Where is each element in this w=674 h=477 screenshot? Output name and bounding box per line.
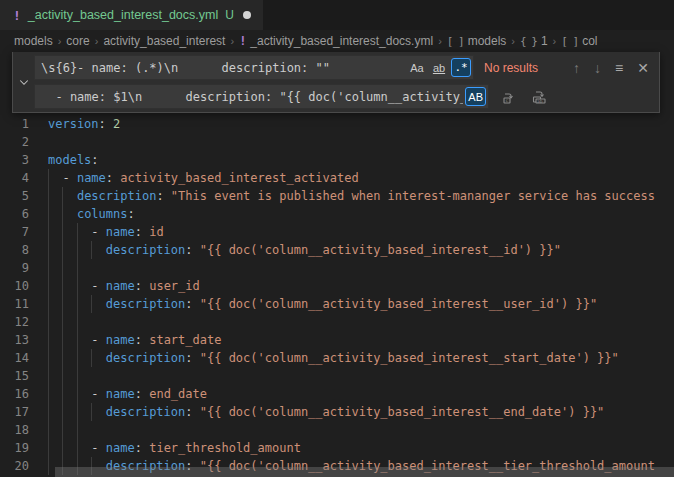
indent-guide-icon bbox=[62, 187, 63, 205]
code-line[interactable]: 16 - name: end_date bbox=[0, 385, 674, 403]
indent-guide-icon bbox=[91, 349, 92, 367]
indent-guide-icon bbox=[77, 223, 78, 241]
indent-guide-icon bbox=[48, 331, 49, 349]
code-line[interactable]: 17 description: "{{ doc('column__activit… bbox=[0, 403, 674, 421]
indent-guide-icon bbox=[48, 439, 49, 457]
line-number: 11 bbox=[0, 295, 29, 313]
regex-toggle[interactable]: .* bbox=[451, 58, 471, 77]
indent-guide-icon bbox=[91, 403, 92, 421]
indent-guide-icon bbox=[48, 421, 49, 439]
indent-guide-icon bbox=[77, 277, 78, 295]
indent-guide-icon bbox=[48, 313, 49, 331]
find-in-selection-button[interactable]: ≡ bbox=[615, 61, 623, 75]
indent-guide-icon bbox=[91, 241, 92, 259]
close-find-widget-button[interactable]: ✕ bbox=[637, 61, 649, 75]
indent-guide-icon bbox=[62, 223, 63, 241]
svg-text:ab: ab bbox=[537, 98, 543, 103]
toggle-replace-chevron-button[interactable] bbox=[13, 55, 34, 109]
replace-button[interactable]: c bbox=[501, 89, 517, 105]
modified-dot-icon[interactable] bbox=[243, 11, 251, 19]
code-text: models: bbox=[48, 151, 674, 169]
line-number: 5 bbox=[0, 187, 29, 205]
indent-guide-icon bbox=[77, 403, 78, 421]
previous-match-button[interactable]: ↑ bbox=[573, 61, 580, 75]
code-line[interactable]: 4 - name: activity_based_interest_activa… bbox=[0, 169, 674, 187]
line-number: 17 bbox=[0, 403, 29, 421]
indent-guide-icon bbox=[77, 385, 78, 403]
find-input[interactable] bbox=[41, 61, 405, 75]
tab-activity-based-interest-docs[interactable]: ! _activity_based_interest_docs.yml U bbox=[0, 0, 263, 30]
code-line[interactable]: 10 - name: user_id bbox=[0, 277, 674, 295]
replace-input[interactable] bbox=[41, 90, 463, 104]
breadcrumb-separator: › bbox=[553, 35, 557, 47]
indent-guide-icon bbox=[48, 403, 49, 421]
code-line[interactable]: 8 description: "{{ doc('column__activity… bbox=[0, 241, 674, 259]
breadcrumb-label: models bbox=[468, 34, 507, 48]
code-line[interactable]: 6 columns: bbox=[0, 205, 674, 223]
breadcrumb-separator: › bbox=[511, 35, 515, 47]
line-number: 12 bbox=[0, 313, 29, 331]
breadcrumb: models › core › activity_based_interest … bbox=[0, 30, 674, 52]
breadcrumb-item-activity-based-interest[interactable]: activity_based_interest bbox=[103, 34, 225, 48]
find-input-box: Aa ab .* bbox=[34, 55, 474, 80]
breadcrumb-item-file[interactable]: ! _activity_based_interest_docs.yml bbox=[239, 34, 433, 48]
horizontal-scrollbar-slider[interactable] bbox=[55, 467, 674, 477]
indent-guide-icon bbox=[48, 241, 49, 259]
line-number: 6 bbox=[0, 205, 29, 223]
line-number: 10 bbox=[0, 277, 29, 295]
breadcrumb-separator: › bbox=[438, 35, 442, 47]
indent-guide-icon bbox=[62, 205, 63, 223]
code-text: description: "{{ doc('column__activity_b… bbox=[48, 295, 674, 313]
code-line[interactable]: 15 bbox=[0, 367, 674, 385]
code-text: - name: activity_based_interest_activate… bbox=[48, 169, 674, 187]
next-match-button[interactable]: ↓ bbox=[594, 61, 601, 75]
code-line[interactable]: 19 - name: tier_threshold_amount bbox=[0, 439, 674, 457]
replace-icon: c bbox=[501, 89, 517, 105]
code-lines: 1version: 223models:4 - name: activity_b… bbox=[0, 52, 674, 475]
indent-guide-icon bbox=[48, 169, 49, 187]
code-line[interactable]: 14 description: "{{ doc('column__activit… bbox=[0, 349, 674, 367]
tab-bar: ! _activity_based_interest_docs.yml U bbox=[0, 0, 674, 30]
line-number: 13 bbox=[0, 331, 29, 349]
code-line[interactable]: 9 bbox=[0, 259, 674, 277]
match-case-toggle[interactable]: Aa bbox=[407, 58, 427, 77]
preserve-case-toggle[interactable]: AB bbox=[465, 87, 486, 106]
object-symbol-icon: { } bbox=[520, 35, 537, 48]
indent-guide-icon bbox=[62, 439, 63, 457]
horizontal-scrollbar bbox=[48, 467, 674, 477]
code-line[interactable]: 1version: 2 bbox=[0, 115, 674, 133]
line-number: 16 bbox=[0, 385, 29, 403]
code-line[interactable]: 13 - name: start_date bbox=[0, 331, 674, 349]
code-text: - name: end_date bbox=[48, 385, 674, 403]
code-line[interactable]: 2 bbox=[0, 133, 674, 151]
code-line[interactable]: 18 bbox=[0, 421, 674, 439]
indent-guide-icon bbox=[62, 259, 63, 277]
replace-all-button[interactable]: ab bbox=[531, 89, 547, 105]
breadcrumb-label: _activity_based_interest_docs.yml bbox=[250, 34, 433, 48]
line-number: 4 bbox=[0, 169, 29, 187]
breadcrumb-item-symbol-models[interactable]: [ ] models bbox=[447, 34, 507, 48]
line-number: 14 bbox=[0, 349, 29, 367]
indent-guide-icon bbox=[62, 313, 63, 331]
breadcrumb-item-symbol-columns[interactable]: [ ] col bbox=[561, 34, 597, 48]
line-number: 8 bbox=[0, 241, 29, 259]
breadcrumb-item-symbol-1[interactable]: { } 1 bbox=[520, 34, 548, 48]
git-status-badge: U bbox=[225, 8, 234, 22]
code-line[interactable]: 5 description: "This event is published … bbox=[0, 187, 674, 205]
line-number: 7 bbox=[0, 223, 29, 241]
indent-guide-icon bbox=[48, 259, 49, 277]
breadcrumb-item-core[interactable]: core bbox=[66, 34, 89, 48]
indent-guide-icon bbox=[48, 205, 49, 223]
code-line[interactable]: 11 description: "{{ doc('column__activit… bbox=[0, 295, 674, 313]
code-line[interactable]: 7 - name: id bbox=[0, 223, 674, 241]
code-line[interactable]: 12 bbox=[0, 313, 674, 331]
indent-guide-icon bbox=[62, 349, 63, 367]
indent-guide-icon bbox=[77, 421, 78, 439]
breadcrumb-label: 1 bbox=[541, 34, 548, 48]
code-line[interactable]: 3models: bbox=[0, 151, 674, 169]
whole-word-toggle[interactable]: ab bbox=[429, 58, 449, 77]
code-editor[interactable]: 1version: 223models:4 - name: activity_b… bbox=[0, 52, 674, 477]
breadcrumb-label: activity_based_interest bbox=[103, 34, 225, 48]
tab-filename: _activity_based_interest_docs.yml bbox=[28, 8, 218, 22]
breadcrumb-item-models[interactable]: models bbox=[14, 34, 53, 48]
